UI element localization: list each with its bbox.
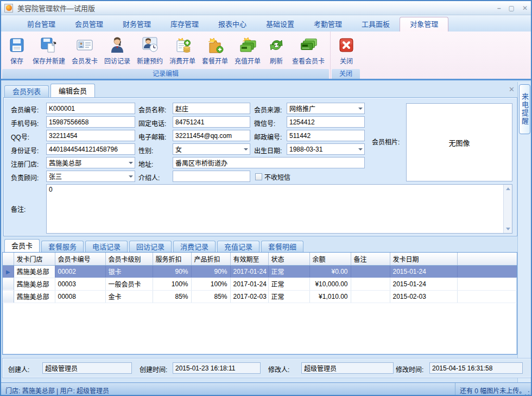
landline-field[interactable] bbox=[173, 116, 250, 128]
menu-tab-reports[interactable]: 报表中心 bbox=[208, 17, 256, 32]
cell-issue-date[interactable]: 2015-01-24 bbox=[390, 278, 457, 290]
consume-bill-button[interactable]: 消费开单 bbox=[166, 33, 199, 66]
tab-area-close-icon[interactable]: ✕ bbox=[509, 85, 515, 93]
cell-card-level[interactable]: 金卡 bbox=[105, 290, 153, 303]
tab-edit-member[interactable]: 编辑会员 bbox=[50, 84, 95, 97]
postal-field[interactable] bbox=[287, 130, 365, 141]
tab-recharge-records[interactable]: 充值记录 bbox=[217, 241, 259, 252]
tab-consume-records[interactable]: 消费记录 bbox=[173, 241, 216, 252]
scroll-up-icon[interactable] bbox=[504, 185, 512, 193]
tab-package-services[interactable]: 套餐服务 bbox=[41, 241, 84, 252]
scroll-down-icon[interactable] bbox=[504, 225, 512, 233]
incoming-call-reminder-tab[interactable]: 来电提醒 bbox=[519, 84, 530, 134]
address-field[interactable] bbox=[173, 157, 365, 168]
view-member-card-button[interactable]: 查看会员卡 bbox=[289, 33, 328, 66]
tab-visit-records[interactable]: 回访记录 bbox=[129, 241, 172, 252]
maximize-button[interactable]: ▢ bbox=[509, 4, 515, 12]
cell-product-discount[interactable]: 100% bbox=[191, 278, 230, 290]
save-button[interactable]: 保存 bbox=[4, 33, 29, 66]
cell-issue-store[interactable]: 茜施美总部 bbox=[14, 278, 55, 290]
table-row[interactable]: 茜施美总部 00003 一般会员卡 100% 100% 2017-01-24 正… bbox=[3, 278, 517, 290]
cell-remark[interactable] bbox=[351, 290, 390, 303]
cell-issue-date[interactable]: 2015-02-03 bbox=[390, 290, 457, 303]
cell-balance[interactable]: ¥0.00 bbox=[309, 265, 351, 278]
cell-card-no[interactable]: 00002 bbox=[55, 265, 105, 278]
resize-grip[interactable] bbox=[524, 391, 530, 396]
tab-package-details[interactable]: 套餐明细 bbox=[261, 241, 303, 252]
mobile-field[interactable] bbox=[46, 116, 135, 128]
birth-date-select[interactable]: 1988-03-31 bbox=[287, 143, 365, 155]
col-header-issue-store[interactable]: 发卡门店 bbox=[14, 253, 55, 265]
cell-valid-until[interactable]: 2017-01-24 bbox=[230, 265, 268, 278]
gender-select[interactable]: 女 bbox=[173, 143, 250, 155]
col-header-valid-until[interactable]: 有效期至 bbox=[230, 253, 268, 265]
wechat-field[interactable] bbox=[287, 116, 365, 128]
cell-status[interactable]: 正常 bbox=[268, 265, 309, 278]
col-header-status[interactable]: 状态 bbox=[268, 253, 309, 265]
cell-valid-until[interactable]: 2017-02-03 bbox=[230, 290, 268, 303]
menu-tab-settings[interactable]: 基础设置 bbox=[256, 17, 304, 32]
introducer-field[interactable] bbox=[173, 171, 250, 182]
save-and-new-button[interactable]: 保存并新建 bbox=[29, 33, 68, 66]
remarks-field[interactable]: 0 bbox=[47, 185, 504, 233]
qq-field[interactable] bbox=[46, 130, 135, 141]
member-photo-box[interactable]: 无图像 bbox=[406, 103, 512, 181]
remarks-scrollbar[interactable] bbox=[503, 185, 512, 233]
menu-tab-object-management[interactable]: 对象管理 bbox=[400, 17, 448, 32]
cell-valid-until[interactable]: 2017-01-24 bbox=[230, 278, 268, 290]
cell-card-level[interactable]: 一般会员卡 bbox=[105, 278, 153, 290]
close-tab-button[interactable]: 关闭 bbox=[334, 33, 359, 66]
member-issue-card-button[interactable]: 会员发卡 bbox=[68, 33, 101, 66]
member-source-select[interactable]: 网络推广 bbox=[287, 103, 365, 114]
member-no-field[interactable] bbox=[46, 103, 135, 114]
visit-record-button[interactable]: 回访记录 bbox=[101, 33, 134, 66]
table-row[interactable]: 茜施美总部 00008 金卡 85% 85% 2017-02-03 正常 ¥1,… bbox=[3, 290, 517, 303]
menu-tab-front-desk[interactable]: 前台管理 bbox=[17, 17, 65, 32]
minimize-button[interactable]: – bbox=[497, 4, 501, 12]
cell-remark[interactable] bbox=[351, 265, 390, 278]
cell-remark[interactable] bbox=[351, 278, 390, 290]
close-window-button[interactable]: ✕ bbox=[522, 4, 528, 12]
menu-tab-members[interactable]: 会员管理 bbox=[65, 17, 113, 32]
email-field[interactable] bbox=[173, 130, 250, 141]
consultant-select[interactable]: 张三 bbox=[46, 171, 135, 182]
tab-member-list[interactable]: 会员列表 bbox=[4, 85, 49, 97]
package-bill-button[interactable]: 套餐开单 bbox=[199, 33, 231, 66]
recharge-bill-button[interactable]: 充值开单 bbox=[231, 33, 264, 66]
id-card-field[interactable] bbox=[46, 143, 135, 155]
new-appointment-button[interactable]: 新建预约 bbox=[134, 33, 166, 66]
no-sms-checkbox[interactable]: 不收短信 bbox=[255, 172, 290, 181]
cell-issue-date[interactable]: 2015-01-24 bbox=[390, 265, 457, 278]
menu-tab-attendance[interactable]: 考勤管理 bbox=[304, 17, 352, 32]
refresh-button[interactable]: 刷新 bbox=[264, 33, 289, 66]
cell-issue-store[interactable]: 茜施美总部 bbox=[14, 265, 55, 278]
menu-tab-finance[interactable]: 财务管理 bbox=[113, 17, 161, 32]
reg-store-select[interactable]: 茜施美总部 bbox=[46, 157, 135, 168]
cell-product-discount[interactable]: 85% bbox=[191, 290, 230, 303]
col-header-issue-date[interactable]: 发卡日期 bbox=[390, 253, 457, 265]
cell-product-discount[interactable]: 90% bbox=[191, 265, 230, 278]
tab-member-cards[interactable]: 会员卡 bbox=[4, 239, 40, 252]
col-header-service-discount[interactable]: 服务折扣 bbox=[153, 253, 191, 265]
cell-issue-store[interactable]: 茜施美总部 bbox=[14, 290, 55, 303]
cell-balance[interactable]: ¥10,000.00 bbox=[309, 278, 351, 290]
cell-balance[interactable]: ¥1,010.00 bbox=[309, 290, 351, 303]
member-name-field[interactable] bbox=[173, 103, 250, 114]
col-header-remark[interactable]: 备注 bbox=[351, 253, 390, 265]
menu-tab-inventory[interactable]: 库存管理 bbox=[161, 17, 208, 32]
cell-status[interactable]: 正常 bbox=[268, 278, 309, 290]
cell-service-discount[interactable]: 90% bbox=[153, 265, 191, 278]
col-header-balance[interactable]: 余额 bbox=[309, 253, 351, 265]
menu-tab-tools[interactable]: 工具面板 bbox=[352, 17, 400, 32]
cell-card-no[interactable]: 00003 bbox=[55, 278, 105, 290]
cell-card-level[interactable]: 银卡 bbox=[105, 265, 153, 278]
cell-status[interactable]: 正常 bbox=[268, 290, 309, 303]
col-header-product-discount[interactable]: 产品折扣 bbox=[191, 253, 230, 265]
table-row[interactable]: ▶ 茜施美总部 00002 银卡 90% 90% 2017-01-24 正常 ¥… bbox=[3, 265, 517, 278]
cell-service-discount[interactable]: 100% bbox=[153, 278, 191, 290]
cell-service-discount[interactable]: 85% bbox=[153, 290, 191, 303]
col-header-card-level[interactable]: 会员卡级别 bbox=[105, 253, 153, 265]
tab-phone-records[interactable]: 电话记录 bbox=[85, 241, 128, 252]
col-header-card-no[interactable]: 会员卡编号 bbox=[55, 253, 105, 265]
cell-card-no[interactable]: 00008 bbox=[55, 290, 105, 303]
